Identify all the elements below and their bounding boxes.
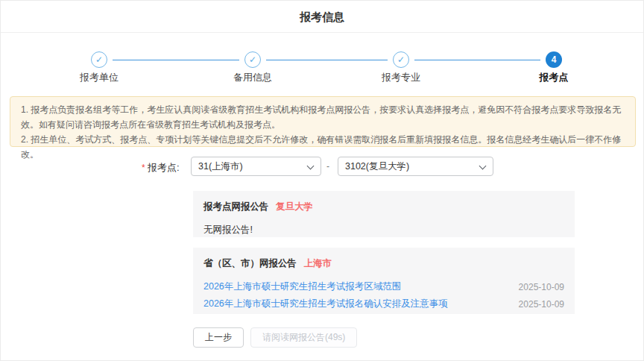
- step-connector-line: [113, 60, 239, 60]
- announcement-link-region-scope[interactable]: 2026年上海市硕士研究生招生考试报考区域范围: [203, 280, 401, 293]
- announcement-link-confirmation-notes[interactable]: 2026年上海市硕士研究生招生考试报名确认安排及注意事项: [203, 298, 448, 310]
- announcement-row: 2026年上海市硕士研究生招生考试报名确认安排及注意事项 2025-10-09: [203, 295, 564, 313]
- required-asterisk: *: [142, 163, 145, 173]
- site-announcement-empty-text: 无网报公告!: [203, 224, 564, 236]
- step-connector-line: [266, 60, 388, 60]
- announcement-date: 2025-10-09: [519, 282, 564, 292]
- province-announcement-title: 省（区、市）网报公告: [203, 258, 297, 269]
- action-bar: 上一步 请阅读网报公告(49s): [193, 327, 357, 348]
- announcement-list: 2026年上海市硕士研究生招生考试报考区域范围 2025-10-09 2026年…: [203, 278, 564, 313]
- step-label-baokao-dian: 报考点: [509, 71, 599, 84]
- step-4-number-badge: 4: [546, 51, 562, 68]
- chevron-down-icon: [479, 163, 487, 170]
- page-title: 报考信息: [1, 1, 643, 33]
- step-connector-line: [414, 60, 540, 60]
- province-announcement-panel: 省（区、市）网报公告 上海市 2026年上海市硕士研究生招生考试报考区域范围 2…: [193, 248, 575, 314]
- step-2-check-icon: ✓: [244, 51, 261, 68]
- exam-site-select[interactable]: 3102(复旦大学): [338, 157, 493, 176]
- read-announcement-countdown-button[interactable]: 请阅读网报公告(49s): [250, 327, 357, 348]
- province-select-value: 31(上海市): [198, 161, 243, 172]
- exam-site-field-label: 报考点:: [148, 161, 180, 175]
- province-select[interactable]: 31(上海市): [191, 157, 321, 176]
- site-announcement-panel: 报考点网报公告 复旦大学 无网报公告!: [193, 191, 575, 237]
- notice-line-1: 1. 报考点负责报名组考等工作，考生应认真阅读省级教育招生考试机构和报考点网报公…: [21, 102, 625, 132]
- application-info-page: 报考信息 ✓ ✓ ✓ 4 报考单位 备用信息 报考专业 报考点 1. 报考点负责…: [0, 0, 644, 361]
- step-3-check-icon: ✓: [393, 51, 409, 68]
- chevron-down-icon: [307, 163, 315, 170]
- notice-box: 1. 报考点负责报名组考等工作，考生应认真阅读省级教育招生考试机构和报考点网报公…: [10, 96, 636, 147]
- step-1-check-icon: ✓: [91, 51, 107, 68]
- step-label-baokao-danwei: 报考单位: [54, 71, 144, 84]
- exam-site-select-value: 3102(复旦大学): [345, 161, 409, 172]
- notice-line-2: 2. 招生单位、考试方式、报考点、专项计划等关键信息提交后不允许修改，确有错误需…: [21, 132, 625, 162]
- province-announcement-target: 上海市: [303, 258, 332, 269]
- previous-step-button[interactable]: 上一步: [193, 327, 244, 348]
- site-announcement-target: 复旦大学: [276, 201, 313, 212]
- announcement-row: 2026年上海市硕士研究生招生考试报考区域范围 2025-10-09: [203, 278, 564, 295]
- announcement-date: 2025-10-09: [519, 299, 564, 310]
- select-separator: -: [326, 161, 329, 172]
- site-announcement-title: 报考点网报公告: [203, 201, 269, 212]
- step-label-baokao-zhuanye: 报考专业: [356, 71, 446, 84]
- step-label-beiyong-xinxi: 备用信息: [208, 71, 297, 84]
